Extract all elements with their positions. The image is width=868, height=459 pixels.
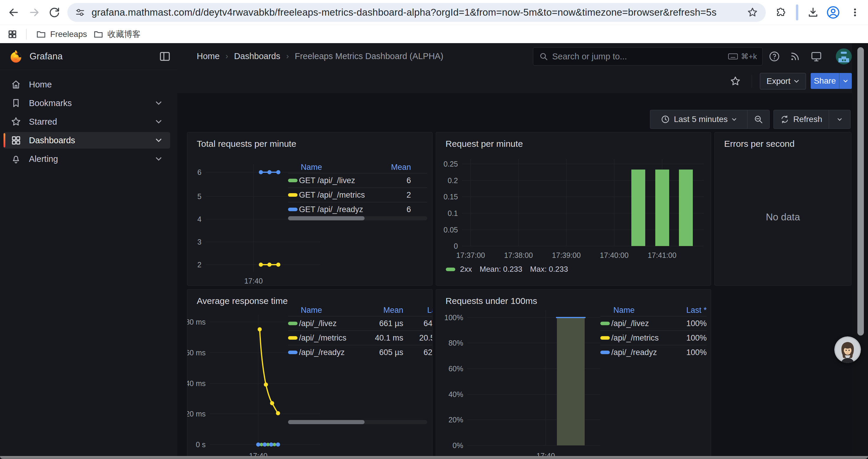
sidebar-item-starred[interactable]: Starred [4, 113, 170, 130]
series-color-pill[interactable] [288, 322, 298, 325]
series-last: 646 µs [403, 319, 433, 328]
series-name[interactable]: /api/_/readyz [611, 348, 665, 357]
refresh-button[interactable]: Refresh [774, 110, 829, 129]
zoom-out-button[interactable] [747, 110, 769, 129]
legend-row[interactable]: GET /api/_/livez 6 [288, 173, 427, 188]
series-last: 100% [665, 333, 707, 342]
download-icon [807, 7, 819, 18]
browser-forward-button[interactable] [27, 5, 42, 20]
forward-arrow-icon [29, 7, 40, 18]
y-tick: 4 [197, 215, 202, 223]
share-menu-button[interactable] [839, 73, 852, 89]
export-button[interactable]: Export [760, 73, 806, 90]
scrollbar-thumb[interactable] [288, 216, 365, 220]
legend-header-mean[interactable]: Mean [354, 306, 403, 315]
help-button[interactable] [766, 48, 782, 64]
favorite-dashboard-button[interactable] [727, 73, 743, 89]
breadcrumb-current: Freeleaps Metrics Dashboard (ALPHA) [295, 52, 443, 61]
page-scrollbar-thumb[interactable] [857, 47, 864, 335]
series-color-pill[interactable] [288, 208, 298, 211]
series-color-pill[interactable] [600, 322, 610, 325]
legend-row[interactable]: GET /api/_/readyz 6 [288, 202, 427, 217]
downloads-button[interactable] [805, 5, 821, 20]
x-tick: 17:37:00 [456, 251, 485, 259]
legend-scrollbar[interactable] [288, 216, 427, 220]
series-name[interactable]: GET /api/_/metrics [299, 191, 373, 200]
brand-name[interactable]: Grafana [30, 51, 63, 62]
sidebar-item-bookmarks[interactable]: Bookmarks [4, 95, 170, 111]
series-name[interactable]: /api/_/livez [611, 319, 665, 328]
browser-menu-button[interactable] [847, 5, 863, 20]
sidebar-item-home[interactable]: Home [4, 76, 170, 93]
legend-header-last[interactable]: Last * [665, 306, 707, 315]
legend-row[interactable]: /api/_/livez 661 µs 646 µs [288, 316, 433, 330]
panel-title[interactable]: Errors per second [724, 139, 795, 149]
series-color-pill[interactable] [288, 193, 298, 197]
breadcrumb-home[interactable]: Home [197, 52, 219, 61]
bookmark-folder-freeleaps[interactable]: Freeleaps [31, 28, 92, 41]
legend-header: Name Mean Last * [288, 304, 433, 316]
legend-header-last[interactable]: Last * [403, 306, 433, 315]
address-bar[interactable]: grafana.mathmast.com/d/deytv4rwavabkb/fr… [67, 3, 766, 22]
series-color-pill[interactable] [288, 179, 298, 182]
series-name[interactable]: /api/_/livez [299, 319, 354, 328]
series-name[interactable]: GET /api/_/readyz [299, 205, 373, 214]
refresh-interval-button[interactable] [829, 110, 850, 129]
series-color-pill[interactable] [288, 336, 298, 340]
series-color-pill[interactable] [600, 336, 610, 340]
series-name[interactable]: GET /api/_/livez [299, 176, 373, 185]
legend-header-name[interactable]: Name [613, 306, 665, 315]
news-button[interactable] [787, 48, 803, 64]
series-mean: 6 [373, 205, 411, 214]
panel-avg-response-time: Average response time 80 ms 60 ms 40 ms … [187, 289, 433, 459]
breadcrumb-dashboards[interactable]: Dashboards [234, 52, 280, 61]
url-text[interactable]: grafana.mathmast.com/d/deytv4rwavabkb/fr… [92, 7, 742, 18]
browser-reload-button[interactable] [47, 5, 62, 20]
series-name[interactable]: 2xx [460, 265, 472, 274]
legend-row[interactable]: GET /api/_/metrics 2 [288, 188, 427, 202]
grafana-logo-icon[interactable] [9, 49, 23, 64]
search-input[interactable]: Search or jump to... ⌘+k [533, 47, 763, 66]
y-axis-ticks: 6 5 4 3 2 [197, 168, 202, 269]
series-readyz-points [259, 170, 280, 174]
star-icon [730, 76, 741, 87]
bar-chart[interactable]: 0.25 0.2 0.15 0.1 0.05 0 [436, 132, 711, 285]
apps-button[interactable] [5, 28, 20, 41]
legend-scrollbar[interactable] [288, 420, 427, 424]
legend-row[interactable]: /api/_/readyz 605 µs 620 µs [288, 345, 433, 359]
series-2xx-bars[interactable] [631, 169, 693, 246]
legend-row[interactable]: /api/_/readyz 100% [600, 345, 707, 359]
site-settings-icon[interactable] [75, 7, 85, 18]
help-icon [769, 51, 780, 62]
browser-back-button[interactable] [6, 5, 21, 20]
breadcrumb-separator: › [286, 52, 289, 61]
legend-row[interactable]: /api/_/metrics 100% [600, 330, 707, 345]
series-name[interactable]: /api/_/metrics [611, 333, 665, 342]
time-range-picker[interactable]: Last 5 minutes [650, 110, 747, 129]
bookmark-star-icon[interactable] [747, 7, 758, 18]
series-color-pill[interactable] [600, 351, 610, 354]
sidebar-collapse-icon[interactable] [159, 51, 171, 62]
legend-header-name[interactable]: Name [301, 306, 354, 315]
bookmark-folder-blogs[interactable]: 收藏博客 [89, 28, 145, 41]
legend-row[interactable]: /api/_/metrics 40.1 ms 20.5 ms [288, 330, 433, 345]
legend-row[interactable]: /api/_/livez 100% [600, 316, 707, 330]
extensions-button[interactable] [773, 5, 788, 20]
y-axis-ticks: 80 ms 60 ms 40 ms 20 ms 0 s [187, 318, 206, 449]
user-avatar[interactable] [836, 48, 852, 65]
scrollbar-thumb[interactable] [288, 420, 365, 424]
legend-header-name[interactable]: Name [301, 163, 373, 172]
chevron-down-icon [155, 120, 162, 124]
share-button[interactable]: Share [811, 73, 839, 89]
series-name[interactable]: /api/_/readyz [299, 348, 354, 357]
series-name[interactable]: /api/_/metrics [299, 333, 354, 342]
legend-header-mean[interactable]: Mean [373, 163, 411, 172]
kiosk-mode-button[interactable] [808, 48, 824, 64]
sidebar-item-dashboards[interactable]: Dashboards [4, 132, 170, 149]
floating-assistant-avatar[interactable] [834, 336, 861, 363]
sidebar-item-alerting[interactable]: Alerting [4, 151, 170, 167]
y-tick: 20 ms [187, 410, 206, 418]
profile-button[interactable] [826, 5, 841, 20]
series-color-pill[interactable] [446, 268, 455, 271]
series-color-pill[interactable] [288, 351, 298, 354]
